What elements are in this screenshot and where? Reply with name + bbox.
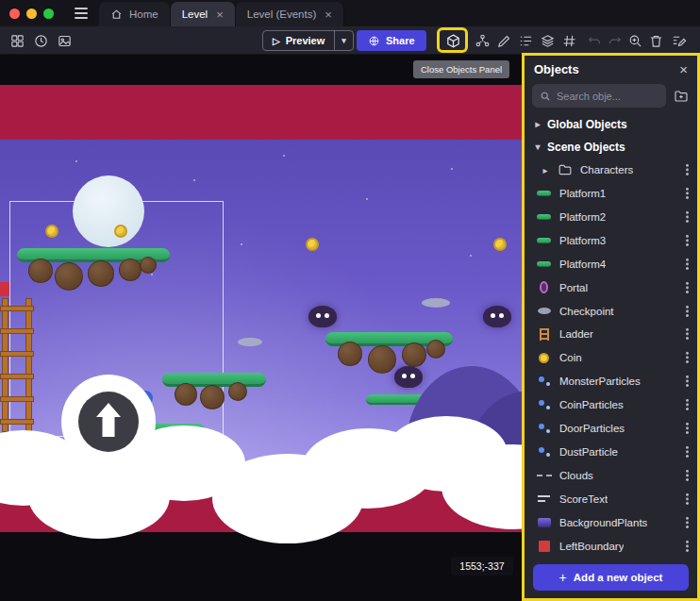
coin-sprite[interactable] [493, 238, 507, 251]
item-menu-icon[interactable] [686, 445, 689, 459]
close-tab-icon[interactable]: × [216, 8, 224, 21]
object-item-platform1[interactable]: Platform1 [525, 182, 697, 206]
cloud-sprite[interactable] [422, 298, 450, 308]
instances-list-icon[interactable] [516, 31, 535, 50]
item-menu-icon[interactable] [686, 327, 689, 341]
tab-home[interactable]: Home [99, 2, 171, 26]
object-item-scoretext[interactable]: ScoreText [525, 487, 697, 510]
left-boundary-sprite[interactable] [0, 282, 9, 296]
edit-scene-icon[interactable] [669, 31, 688, 50]
tab-level[interactable]: Level × [171, 2, 236, 26]
plants-icon [536, 518, 552, 527]
ladder-sprite[interactable] [0, 298, 34, 432]
coin-sprite[interactable] [306, 238, 319, 251]
tab-label: Level [182, 8, 208, 20]
particles-icon [536, 446, 552, 458]
item-menu-icon[interactable] [686, 258, 689, 271]
history-icon[interactable] [31, 31, 50, 50]
item-menu-icon[interactable] [686, 516, 689, 529]
object-groups-icon[interactable] [473, 31, 492, 50]
object-item-portal[interactable]: Portal [525, 275, 697, 299]
platform-icon [536, 214, 552, 220]
close-window-button[interactable] [9, 8, 20, 19]
preview-dropdown[interactable]: ▾ [335, 31, 353, 50]
edit-pencil-icon[interactable] [494, 31, 513, 50]
ladder-icon [536, 328, 552, 341]
item-menu-icon[interactable] [686, 281, 689, 294]
portal-sprite[interactable] [73, 175, 144, 247]
object-item-backgroundplants[interactable]: BackgroundPlants [525, 510, 697, 534]
coin-sprite[interactable] [45, 225, 58, 238]
zoom-in-icon[interactable] [625, 31, 644, 50]
share-button[interactable]: Share [357, 30, 426, 51]
platform-icon [536, 191, 552, 196]
item-menu-icon[interactable] [686, 351, 689, 364]
object-item-ladder[interactable]: Ladder [525, 323, 697, 346]
object-item-monsterparticles[interactable]: MonsterParticles [525, 370, 697, 393]
redo-icon[interactable] [605, 31, 624, 50]
object-item-platform2[interactable]: Platform2 [525, 206, 697, 229]
object-item-checkpoint[interactable]: Checkpoint [525, 299, 697, 323]
maximize-window-button[interactable] [43, 8, 54, 19]
objects-panel-title: Objects [534, 62, 579, 76]
portal-icon [536, 281, 552, 293]
preview-label: Preview [286, 35, 325, 46]
add-folder-icon[interactable] [673, 89, 690, 104]
item-menu-icon[interactable] [686, 492, 689, 506]
object-item-platform4[interactable]: Platform4 [525, 252, 697, 275]
panels-icon[interactable] [8, 31, 26, 50]
search-input[interactable]: Search obje... [532, 84, 666, 108]
add-new-object-button[interactable]: + Add a new object [533, 564, 689, 591]
object-item-doorparticles[interactable]: DoorParticles [525, 417, 697, 441]
scene-canvas[interactable]: 1553;-337 [0, 55, 523, 601]
cloud-sprite[interactable] [238, 338, 262, 346]
objects-tree: ▸ Global Objects ▾ Scene Objects ▸ Chara… [525, 113, 697, 558]
item-menu-icon[interactable] [686, 540, 689, 553]
item-menu-icon[interactable] [686, 469, 689, 482]
monster-sprite[interactable] [483, 306, 511, 327]
object-item-coinparticles[interactable]: CoinParticles [525, 393, 697, 417]
menu-icon[interactable] [63, 0, 99, 26]
close-tab-icon[interactable]: × [325, 8, 332, 21]
toolbar: ▷ Preview ▾ Share [0, 26, 700, 55]
plus-icon: + [559, 570, 567, 585]
object-item-dustparticle[interactable]: DustParticle [525, 441, 697, 464]
red-square-icon [536, 541, 552, 552]
group-global-objects[interactable]: ▸ Global Objects [525, 113, 697, 136]
close-panel-icon[interactable]: × [679, 61, 688, 77]
object-item-platform3[interactable]: Platform3 [525, 228, 697, 252]
item-menu-icon[interactable] [686, 422, 689, 435]
item-menu-icon[interactable] [686, 187, 689, 200]
item-menu-icon[interactable] [686, 210, 689, 224]
objects-panel: Objects × Search obje... ▸ Global Object… [522, 53, 700, 601]
media-icon[interactable] [55, 31, 74, 50]
monster-sprite[interactable] [394, 366, 423, 388]
play-icon: ▷ [273, 36, 280, 46]
folder-icon [557, 164, 573, 175]
tab-level-events[interactable]: Level (Events) × [236, 2, 344, 26]
item-menu-icon[interactable] [686, 163, 689, 176]
item-menu-icon[interactable] [686, 234, 689, 247]
chevron-right-icon: ▸ [542, 165, 549, 175]
object-item-characters[interactable]: ▸ Characters [525, 159, 697, 182]
platform-icon [536, 261, 552, 267]
undo-icon[interactable] [585, 31, 604, 50]
layers-icon[interactable] [538, 31, 557, 50]
preview-button[interactable]: ▷ Preview ▾ [262, 30, 354, 51]
object-item-leftboundary[interactable]: LeftBoundary [525, 534, 697, 558]
item-menu-icon[interactable] [686, 375, 689, 388]
group-scene-objects[interactable]: ▾ Scene Objects [525, 136, 697, 159]
object-item-coin[interactable]: Coin [525, 346, 697, 370]
minimize-window-button[interactable] [26, 8, 37, 19]
coin-sprite[interactable] [114, 225, 127, 238]
jump-control-sprite[interactable] [61, 375, 156, 469]
window-controls [0, 0, 63, 26]
titlebar: Home Level × Level (Events) × [0, 0, 700, 26]
item-menu-icon[interactable] [686, 398, 689, 411]
item-menu-icon[interactable] [686, 305, 689, 318]
monster-sprite[interactable] [308, 306, 337, 327]
object-item-clouds[interactable]: Clouds [525, 463, 697, 487]
grid-icon[interactable] [559, 31, 578, 50]
delete-trash-icon[interactable] [646, 31, 665, 50]
checkpoint-icon [536, 308, 552, 314]
